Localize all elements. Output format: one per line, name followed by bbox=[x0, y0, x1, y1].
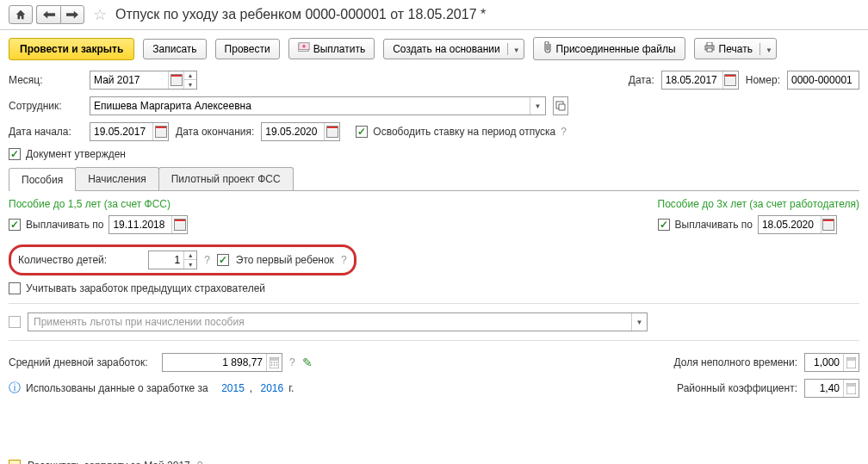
year1-link[interactable]: 2015 bbox=[221, 382, 245, 394]
tab-accruals[interactable]: Начисления bbox=[75, 167, 159, 190]
favorite-star-icon[interactable]: ☆ bbox=[93, 5, 107, 24]
calendar-icon[interactable] bbox=[722, 71, 738, 89]
calendar-icon[interactable] bbox=[821, 216, 836, 233]
svg-point-14 bbox=[276, 364, 278, 366]
svg-point-12 bbox=[271, 364, 273, 366]
number-label: Номер: bbox=[746, 74, 780, 86]
submit-and-close-button[interactable]: Провести и закрыть bbox=[9, 38, 134, 60]
dropdown-icon[interactable] bbox=[530, 97, 545, 114]
pay-until-fss-checkbox[interactable] bbox=[9, 219, 21, 231]
home-button[interactable] bbox=[9, 5, 33, 24]
forward-button[interactable] bbox=[60, 5, 84, 24]
calc-salary-label: Рассчитать зарплату за Май 2017 bbox=[28, 460, 190, 464]
svg-point-9 bbox=[271, 362, 273, 363]
end-date-label: Дата окончания: bbox=[176, 126, 254, 138]
svg-rect-16 bbox=[847, 358, 855, 361]
children-count-field[interactable]: ▲▼ bbox=[148, 251, 197, 269]
pay-until-emp-checkbox[interactable] bbox=[658, 219, 670, 231]
calendar-icon[interactable] bbox=[152, 123, 168, 140]
employee-field[interactable] bbox=[90, 96, 546, 115]
first-child-label: Это первый ребенок bbox=[236, 254, 334, 266]
avg-daily-field[interactable] bbox=[162, 353, 282, 372]
help-icon[interactable]: ? bbox=[289, 356, 295, 368]
open-employee-button[interactable] bbox=[553, 96, 568, 115]
apply-benefits-field[interactable] bbox=[28, 312, 648, 331]
svg-rect-8 bbox=[270, 358, 278, 361]
create-based-button[interactable]: Создать на основании bbox=[383, 39, 524, 59]
help-icon[interactable]: ? bbox=[561, 126, 567, 138]
calc-salary-checkbox[interactable] bbox=[9, 460, 21, 464]
info-icon: ⓘ bbox=[9, 380, 21, 396]
tab-benefits[interactable]: Пособия bbox=[9, 168, 76, 191]
submit-button[interactable]: Провести bbox=[215, 39, 280, 59]
svg-point-11 bbox=[276, 362, 278, 363]
calendar-icon[interactable] bbox=[324, 123, 339, 140]
start-date-field[interactable] bbox=[90, 122, 169, 141]
release-rate-label: Освободить ставку на период отпуска bbox=[373, 126, 555, 138]
children-highlight: Количество детей: ▲▼ ? Это первый ребено… bbox=[9, 244, 356, 275]
date-label: Дата: bbox=[629, 74, 654, 86]
calculator-icon[interactable] bbox=[843, 380, 859, 397]
employer-section-header: Пособие до 3х лет (за счет работодателя) bbox=[658, 198, 860, 210]
region-coef-label: Районный коэффициент: bbox=[677, 382, 797, 394]
year-suffix: г. bbox=[288, 382, 294, 394]
children-spinner[interactable]: ▲▼ bbox=[183, 251, 196, 269]
caret-down-icon bbox=[507, 43, 520, 55]
month-label: Месяц: bbox=[9, 74, 83, 86]
month-field[interactable]: ▲▼ bbox=[90, 71, 197, 90]
svg-rect-5 bbox=[707, 48, 712, 52]
part-time-label: Доля неполного времени: bbox=[674, 356, 797, 368]
apply-benefits-checkbox[interactable] bbox=[9, 316, 21, 328]
help-icon[interactable]: ? bbox=[341, 254, 347, 266]
paperclip-icon bbox=[542, 41, 553, 56]
year2-link[interactable]: 2016 bbox=[261, 382, 284, 394]
calendar-icon[interactable] bbox=[171, 216, 187, 233]
pay-until-emp-label: Выплачивать по bbox=[675, 219, 753, 231]
money-icon bbox=[298, 42, 310, 55]
pay-until-fss-label: Выплачивать по bbox=[26, 219, 103, 231]
calculator-icon[interactable] bbox=[843, 354, 859, 371]
end-date-field[interactable] bbox=[261, 122, 340, 141]
dropdown-icon[interactable] bbox=[631, 313, 647, 331]
pencil-icon[interactable]: ✎ bbox=[302, 356, 313, 369]
date-field[interactable] bbox=[661, 71, 739, 90]
calculator-icon[interactable] bbox=[266, 354, 282, 371]
printer-icon bbox=[704, 42, 716, 55]
help-icon[interactable]: ? bbox=[204, 254, 210, 266]
pay-label: Выплатить bbox=[313, 43, 366, 55]
used-data-label: Использованы данные о заработке за bbox=[26, 382, 208, 394]
svg-rect-4 bbox=[707, 42, 712, 46]
release-rate-checkbox[interactable] bbox=[356, 126, 368, 138]
pay-button[interactable]: Выплатить bbox=[288, 38, 375, 59]
svg-point-13 bbox=[274, 364, 276, 366]
pay-until-emp-field[interactable] bbox=[758, 215, 837, 234]
avg-daily-label: Средний дневной заработок: bbox=[9, 356, 155, 368]
children-count-label: Количество детей: bbox=[18, 254, 107, 266]
part-time-field[interactable] bbox=[804, 353, 859, 372]
region-coef-field[interactable] bbox=[804, 379, 859, 398]
save-button[interactable]: Записать bbox=[143, 39, 206, 59]
number-field[interactable] bbox=[787, 71, 859, 90]
help-icon[interactable]: ? bbox=[197, 460, 203, 464]
employee-label: Сотрудник: bbox=[9, 100, 83, 112]
tab-pilot-fss[interactable]: Пилотный проект ФСС bbox=[158, 167, 294, 190]
approved-checkbox[interactable] bbox=[9, 148, 21, 160]
pay-until-fss-field[interactable] bbox=[108, 215, 188, 234]
first-child-checkbox[interactable] bbox=[217, 254, 229, 266]
start-date-label: Дата начала: bbox=[9, 126, 83, 138]
back-button[interactable] bbox=[36, 5, 60, 24]
month-spinner[interactable]: ▲▼ bbox=[183, 71, 196, 89]
calendar-icon[interactable] bbox=[168, 71, 183, 89]
svg-rect-18 bbox=[847, 384, 855, 387]
print-button[interactable]: Печать bbox=[694, 38, 777, 59]
approved-label: Документ утвержден bbox=[26, 148, 126, 160]
attached-files-button[interactable]: Присоединенные файлы bbox=[533, 37, 685, 60]
document-title: Отпуск по уходу за ребенком 0000-000001 … bbox=[115, 7, 486, 22]
prev-insurers-label: Учитывать заработок предыдущих страховат… bbox=[26, 282, 265, 294]
fss-section-header: Пособие до 1,5 лет (за счет ФСС) bbox=[9, 198, 658, 210]
svg-point-2 bbox=[302, 45, 306, 48]
prev-insurers-checkbox[interactable] bbox=[9, 282, 21, 294]
caret-down-icon bbox=[760, 43, 772, 55]
svg-point-10 bbox=[274, 362, 276, 363]
